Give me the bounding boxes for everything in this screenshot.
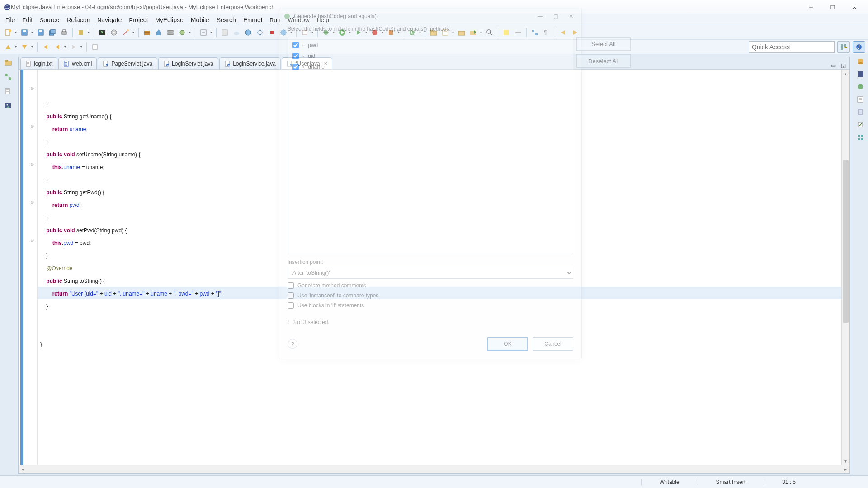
- menu-edit[interactable]: Edit: [19, 15, 36, 24]
- properties-view-icon[interactable]: [857, 134, 864, 141]
- whitespace-button[interactable]: ¶: [541, 27, 552, 38]
- java-ee-perspective-button[interactable]: J: [853, 41, 865, 53]
- last-edit-button[interactable]: [40, 42, 51, 52]
- menu-mobile[interactable]: Mobile: [187, 15, 213, 24]
- folder-button[interactable]: [456, 27, 467, 38]
- code-editor[interactable]: } public String getUname() { return unam…: [38, 70, 841, 465]
- nav-forward-button[interactable]: [68, 42, 84, 52]
- maximize-button[interactable]: [823, 3, 843, 12]
- minimap-view-icon[interactable]: [857, 108, 864, 116]
- run-last-button[interactable]: [353, 27, 368, 38]
- fold-toggle-icon[interactable]: ⊖: [30, 162, 34, 167]
- cloud-button[interactable]: [231, 27, 242, 38]
- editor-ruler[interactable]: ⊖ ⊖ ⊖ ⊖ ⊖: [19, 70, 38, 465]
- server-button[interactable]: [165, 27, 176, 38]
- image-view-icon[interactable]: [857, 70, 864, 78]
- new-class-button[interactable]: C: [407, 27, 422, 38]
- scroll-left-icon[interactable]: ◂: [19, 467, 27, 472]
- prev-annotation-button[interactable]: [3, 42, 18, 52]
- snippets-view-icon[interactable]: [4, 87, 13, 96]
- menu-file[interactable]: File: [2, 15, 19, 24]
- deploy-button[interactable]: [153, 27, 164, 38]
- next-annotation-button[interactable]: [19, 42, 34, 52]
- nav-back-button[interactable]: [52, 42, 67, 52]
- coverage-button[interactable]: [369, 27, 385, 38]
- folder-arrow-button[interactable]: [468, 27, 483, 38]
- tab-login-service[interactable]: J LoginService.java: [219, 57, 281, 69]
- svg-rect-35: [270, 31, 274, 34]
- tab-user-java[interactable]: J *User.java ×: [282, 57, 332, 69]
- fold-toggle-icon[interactable]: ⊖: [30, 200, 34, 205]
- fold-toggle-icon[interactable]: ⊖: [30, 86, 34, 91]
- close-button[interactable]: [844, 3, 864, 12]
- emmet-expand-button[interactable]: [198, 27, 213, 38]
- sync-button[interactable]: [255, 27, 265, 38]
- image-preview-view-icon[interactable]: [4, 101, 13, 110]
- save-button[interactable]: [35, 27, 46, 38]
- toggle-breadcrumb-button[interactable]: [513, 27, 524, 38]
- tab-web-xml[interactable]: x web.xml: [58, 57, 97, 69]
- scrollbar-thumb[interactable]: [843, 160, 849, 323]
- forward-button[interactable]: [570, 27, 580, 38]
- open-perspective-button[interactable]: +: [837, 41, 850, 53]
- open-task-button[interactable]: [440, 27, 455, 38]
- search-button[interactable]: [484, 27, 495, 38]
- open-type-button[interactable]: [428, 27, 439, 38]
- terminal-button[interactable]: >_: [97, 27, 108, 38]
- tab-login-txt[interactable]: login.txt: [20, 57, 57, 69]
- menu-run[interactable]: Run: [266, 15, 284, 24]
- close-icon[interactable]: ×: [324, 60, 328, 67]
- globe-button[interactable]: [243, 27, 254, 38]
- menu-window[interactable]: Window: [284, 15, 313, 24]
- menu-emmet[interactable]: Emmet: [240, 15, 266, 24]
- svg-rect-57: [515, 32, 521, 33]
- format-button[interactable]: [299, 27, 315, 38]
- type-hierarchy-view-icon[interactable]: [4, 72, 13, 81]
- minimize-button[interactable]: [801, 3, 821, 12]
- app-button-1[interactable]: [219, 27, 230, 38]
- db-browser-view-icon[interactable]: [857, 58, 864, 65]
- menu-refactor[interactable]: Refactor: [63, 15, 94, 24]
- spring-view-icon[interactable]: [857, 83, 864, 90]
- build-button[interactable]: [75, 27, 91, 38]
- external-tools-button[interactable]: [386, 27, 401, 38]
- structure-button[interactable]: [529, 27, 540, 38]
- quick-access-input[interactable]: [749, 41, 835, 53]
- toggle-highlight-button[interactable]: [501, 27, 512, 38]
- menu-search[interactable]: Search: [213, 15, 240, 24]
- menu-source[interactable]: Source: [36, 15, 63, 24]
- horizontal-scrollbar[interactable]: ◂ ▸: [19, 465, 849, 473]
- menu-help[interactable]: Help: [313, 15, 333, 24]
- print-button[interactable]: [59, 27, 70, 38]
- fold-toggle-icon[interactable]: ⊖: [30, 124, 34, 129]
- outline-view-icon[interactable]: [857, 96, 864, 103]
- back-button[interactable]: [558, 27, 569, 38]
- scroll-down-icon[interactable]: ▾: [842, 457, 849, 465]
- scroll-right-icon[interactable]: ▸: [841, 467, 849, 472]
- package-button[interactable]: [142, 27, 152, 38]
- minimize-view-icon[interactable]: ▭: [830, 62, 837, 69]
- browser-button[interactable]: [278, 27, 293, 38]
- debug-button[interactable]: [321, 27, 336, 38]
- menu-navigate[interactable]: Navigate: [94, 15, 126, 24]
- tab-page-servlet[interactable]: J PageServlet.java: [98, 57, 157, 69]
- svg-line-79: [7, 76, 9, 78]
- save-dropdown[interactable]: [19, 27, 34, 38]
- launch-config-button[interactable]: [177, 27, 192, 38]
- menu-myeclipse[interactable]: MyEclipse: [152, 15, 187, 24]
- new-button[interactable]: [3, 27, 18, 38]
- project-explorer-view-icon[interactable]: [4, 58, 13, 67]
- stop-button[interactable]: [266, 27, 277, 38]
- vertical-scrollbar[interactable]: ▴ ▾: [841, 70, 849, 465]
- wand-button[interactable]: [120, 27, 136, 38]
- tasks-view-icon[interactable]: [857, 121, 864, 128]
- tab-login-servlet[interactable]: J LoginServlet.java: [158, 57, 218, 69]
- run-button[interactable]: [337, 27, 352, 38]
- fold-toggle-icon[interactable]: ⊖: [30, 238, 34, 243]
- scroll-up-icon[interactable]: ▴: [842, 70, 849, 78]
- pin-editor-button[interactable]: [90, 42, 100, 52]
- menu-project[interactable]: Project: [125, 15, 151, 24]
- save-all-button[interactable]: [47, 27, 58, 38]
- disk-button[interactable]: [108, 27, 119, 38]
- maximize-view-icon[interactable]: ◱: [840, 62, 847, 69]
